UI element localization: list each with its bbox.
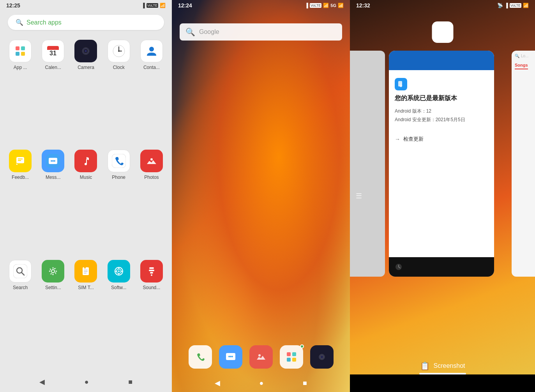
svg-point-16 — [118, 50, 120, 52]
app-icon-camera — [74, 40, 97, 62]
app-item-search[interactable]: Search — [6, 260, 35, 366]
recent-button-1[interactable]: ■ — [128, 378, 132, 386]
nav-bar-3 — [350, 374, 535, 392]
app-item-simtoolkit[interactable]: SIM T... — [71, 260, 100, 366]
card-right-content: 🔍 Lo... Songs — [512, 51, 535, 72]
svg-point-26 — [52, 160, 54, 162]
recent-card-right[interactable]: 🔍 Lo... Songs 🎵 Music — [512, 51, 535, 277]
app-icon-messages — [42, 150, 64, 172]
app-item-clock[interactable]: Clock — [104, 40, 133, 146]
card-body: 您的系统已是最新版本 Android 版本：12 Android 安全更新：20… — [389, 70, 494, 150]
app-item-photos[interactable]: Photos — [137, 150, 166, 256]
battery-icon-2: ▐ — [305, 3, 308, 8]
svg-rect-53 — [150, 272, 153, 274]
svg-rect-1 — [21, 46, 25, 50]
svg-point-60 — [258, 354, 261, 357]
search-bar[interactable]: 🔍 Search apps — [8, 15, 164, 30]
app-item-camera[interactable]: Camera — [71, 40, 100, 146]
songs-tab[interactable]: Songs — [515, 63, 528, 69]
screenshot-bar[interactable]: 📋 Screenshot — [350, 361, 535, 371]
status-time-2: 12:24 — [178, 2, 192, 9]
update-title: 您的系统已是最新版本 — [395, 94, 488, 102]
svg-point-39 — [52, 270, 54, 272]
wifi-icon-2: 📶 — [323, 3, 329, 8]
svg-rect-3 — [21, 52, 25, 56]
app-label-camera: Camera — [78, 65, 94, 70]
battery-icon-1: ▐ — [141, 3, 145, 8]
svg-point-58 — [231, 356, 233, 357]
svg-rect-44 — [84, 271, 88, 272]
screenshot-label: Screenshot — [434, 362, 465, 369]
app-icon-soundrecorder — [140, 260, 163, 283]
check-update-label: 检查更新 — [403, 136, 424, 143]
back-button-1[interactable]: ◀ — [39, 378, 45, 386]
back-button-2[interactable]: ◀ — [215, 379, 220, 387]
app-icon-settings — [42, 260, 64, 283]
app-item-software[interactable]: Softw... — [104, 260, 133, 366]
dock-area — [172, 345, 350, 369]
recent-card-center[interactable]: 您的系统已是最新版本 Android 版本：12 Android 安全更新：20… — [389, 51, 494, 277]
app-item-calendar[interactable]: 31 Calen... — [39, 40, 67, 146]
app-item-feedback[interactable]: Feedb... — [6, 150, 35, 256]
status-time-1: 12:25 — [6, 2, 20, 9]
svg-rect-63 — [287, 358, 291, 362]
home-button-2[interactable]: ● — [260, 379, 264, 387]
volte-icon-2: VoLTE — [310, 3, 321, 8]
android-version: Android 版本：12 — [395, 107, 488, 116]
5g-icon-2: 5G — [330, 3, 336, 8]
app-item-contacts[interactable]: Conta... — [137, 40, 166, 146]
recent-button-2[interactable]: ■ — [303, 379, 307, 387]
app-label-phone: Phone — [112, 175, 125, 180]
dock-phone[interactable] — [189, 345, 212, 369]
check-update-button[interactable]: → 检查更新 — [395, 136, 488, 143]
dock-camera[interactable] — [310, 345, 334, 369]
dock-appvault[interactable] — [280, 345, 303, 369]
app-icon-appvault — [9, 40, 32, 62]
app-label-contacts: Conta... — [143, 65, 160, 70]
home-button-1[interactable]: ● — [85, 378, 89, 386]
status-bar-panel3: 12:32 📡 ▐ VoLTE 📶 — [350, 0, 535, 11]
wifi-icon-3: 📡 — [497, 3, 503, 8]
google-search-bar[interactable]: 🔍 Google — [180, 23, 342, 41]
app-icon-clock — [108, 40, 130, 62]
menu-icon[interactable]: ☰ — [356, 192, 362, 200]
volte-icon-1: VoLTE — [147, 3, 158, 8]
app-icon-search — [9, 260, 32, 283]
search-icon: 🔍 — [16, 19, 23, 26]
card-header-blue — [389, 51, 494, 70]
app-icon-simtoolkit — [74, 260, 97, 283]
svg-point-33 — [150, 158, 153, 161]
arrow-right-icon: → — [395, 136, 400, 142]
svg-point-56 — [228, 356, 230, 357]
app-item-appvault[interactable]: App ... — [6, 40, 35, 146]
app-label-software: Softw... — [111, 285, 126, 290]
app-label-calendar: Calen... — [45, 65, 61, 70]
svg-text:31: 31 — [49, 50, 57, 57]
app-item-phone[interactable]: Phone — [104, 150, 133, 256]
app-item-messages[interactable]: Mess... — [39, 150, 67, 256]
app-label-settings: Settin... — [45, 285, 61, 290]
footer-icon — [395, 263, 403, 271]
nav-bar-2: ◀ ● ■ — [172, 374, 350, 392]
svg-rect-51 — [149, 267, 154, 269]
svg-rect-43 — [84, 270, 88, 270]
app-drawer-panel: 12:25 ▐ VoLTE 📶 🔍 Search apps — [0, 0, 172, 392]
security-update: Android 安全更新：2021年5月5日 — [395, 116, 488, 124]
recent-card-left[interactable] — [350, 51, 385, 277]
google-placeholder: Google — [199, 28, 219, 35]
svg-rect-61 — [287, 352, 291, 356]
svg-point-49 — [118, 270, 120, 272]
dock-photos[interactable] — [249, 345, 273, 369]
svg-rect-45 — [84, 273, 87, 274]
app-label-simtoolkit: SIM T... — [78, 285, 94, 290]
app-label-soundrecorder: Sound... — [143, 285, 161, 290]
status-time-3: 12:32 — [356, 2, 370, 9]
app-item-settings[interactable]: Settin... — [39, 260, 67, 366]
svg-rect-28 — [79, 154, 93, 168]
app-item-music[interactable]: Music — [71, 150, 100, 256]
app-label-feedback: Feedb... — [12, 175, 29, 180]
app-icon-phone — [108, 150, 130, 172]
app-item-soundrecorder[interactable]: Sound... — [137, 260, 166, 366]
dock-messages[interactable] — [219, 345, 242, 369]
update-icon — [395, 78, 407, 90]
